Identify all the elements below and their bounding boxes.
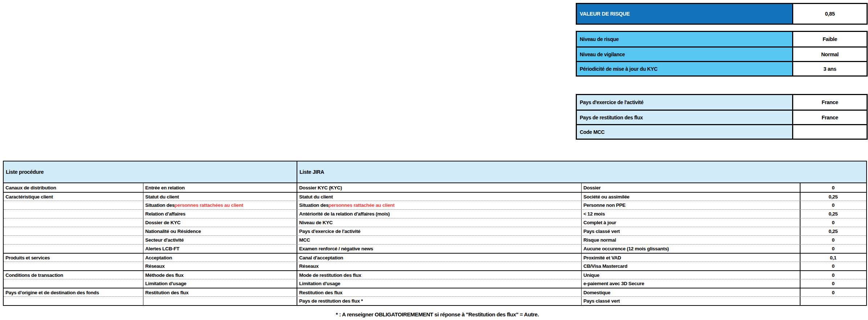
cell-text: 0,25 (828, 229, 838, 234)
answer-cell[interactable]: CB/Visa Mastercard (582, 262, 800, 270)
cell-text: Statut du client (299, 194, 333, 200)
answer-cell[interactable]: < 12 mois (582, 210, 800, 218)
answer-cell[interactable]: Dossier (582, 183, 800, 192)
category-cell (4, 279, 143, 288)
score-cell[interactable]: 0 (800, 262, 866, 270)
vigilance-level-cell[interactable]: Normal (793, 48, 867, 61)
answer-cell[interactable]: Proximité et VAD (582, 254, 800, 262)
cell-text-red: personnes rattachée au client (329, 202, 395, 208)
table-row: Pays de restitution des flux *Pays class… (4, 296, 866, 305)
cell-text: Examen renforcé / négative news (299, 246, 373, 251)
jira-cell: Examen renforcé / négative news (297, 245, 582, 253)
cell-text: 0,1 (830, 255, 836, 260)
procedure-cell: Limitation d'usage (143, 279, 297, 288)
cell-text: Réseaux (299, 263, 318, 269)
cell-text: Société ou assimilée (583, 194, 629, 200)
answer-cell[interactable]: e-paiement avec 3D Secure (582, 279, 800, 288)
procedure-cell (143, 297, 297, 305)
answer-cell[interactable]: Pays classé vert (582, 297, 800, 305)
cell-text: Méthode des flux (145, 272, 183, 278)
score-cell[interactable]: 0 (800, 245, 866, 253)
jira-cell: Pays d'exercice de l'activité (297, 227, 582, 235)
score-cell[interactable]: 0 (800, 218, 866, 227)
score-cell[interactable]: 0 (800, 183, 866, 192)
table-row: Nationalité ou RésidencePays d'exercice … (4, 227, 866, 235)
score-cell[interactable]: 0,25 (800, 227, 866, 235)
cell-text: Dossier (583, 185, 600, 190)
cell-text: Pays de restitution des flux * (299, 298, 363, 304)
score-cell[interactable]: 0 (800, 236, 866, 244)
flows-country-cell[interactable]: France (793, 111, 867, 124)
cell-text: Situation des (145, 202, 175, 208)
table-row: Relation d'affairesAntériorité de la rel… (4, 209, 866, 218)
activity-country-label: Pays d'exercice de l'activité (577, 95, 793, 110)
cell-text: 0 (832, 281, 834, 286)
risk-value-cell[interactable]: 0,85 (793, 4, 867, 24)
score-cell[interactable]: 0 (800, 271, 866, 279)
cell-text: Produits et services (5, 255, 50, 260)
score-cell[interactable]: 0 (800, 288, 866, 296)
answer-cell[interactable]: Aucune occurence (12 mois glissants) (582, 245, 800, 253)
category-cell: Pays d'origine et de destination des fon… (4, 288, 143, 296)
jira-cell: MCC (297, 236, 582, 244)
table-row: Dossier de KYCNiveau de KYCComplet à jou… (4, 218, 866, 227)
cell-text: CB/Visa Mastercard (583, 263, 627, 269)
score-cell[interactable]: ▾0,1 (800, 254, 866, 262)
kyc-update-period-cell[interactable]: 3 ans (793, 62, 867, 75)
jira-cell: Niveau de KYC (297, 218, 582, 227)
cell-text: Mode de restitution des flux (299, 272, 361, 278)
mcc-code-label: Code MCC (577, 125, 793, 139)
cell-text: 0 (832, 246, 834, 251)
mcc-code-cell[interactable] (793, 125, 867, 139)
cell-text: Domestique (583, 290, 610, 295)
answer-cell[interactable]: Domestique (582, 288, 800, 296)
cell-text-red: personnes rattachées au client (175, 202, 243, 208)
table-row: Caractéristique clientStatut du clientSt… (4, 192, 866, 201)
answer-cell[interactable]: Complet à jour (582, 218, 800, 227)
cell-text: Antériorité de la relation d'affaires (m… (299, 211, 390, 217)
table-row: Canaux de distributionEntrée en relation… (4, 183, 866, 192)
score-cell[interactable]: 0 (800, 201, 866, 209)
score-cell[interactable]: 0,25 (800, 210, 866, 218)
table-row: Limitation d'usageLimitation d'usagee-pa… (4, 279, 866, 288)
category-cell: Caractéristique client (4, 193, 143, 201)
cell-text: 0 (832, 185, 834, 190)
score-cell[interactable]: 0 (800, 279, 866, 288)
risk-levels-block: Niveau de risque Faible Niveau de vigila… (576, 31, 868, 77)
risk-value-label: VALEUR DE RISQUE (577, 4, 793, 24)
jira-cell: Dossier KYC (KYC) (297, 183, 582, 192)
cell-text: Situation des (299, 202, 329, 208)
procedure-cell: Nationalité ou Résidence (143, 227, 297, 235)
score-cell[interactable]: 0,25 (800, 193, 866, 201)
answer-cell[interactable]: Unique (582, 271, 800, 279)
cell-text: Limitation d'usage (145, 281, 186, 286)
flows-country-label: Pays de restitution des flux (577, 111, 793, 124)
answer-cell[interactable]: Personne non PPE (582, 201, 800, 209)
answer-cell[interactable]: Société ou assimilée (582, 193, 800, 201)
answer-cell[interactable]: Risque normal (582, 236, 800, 244)
risk-level-cell[interactable]: Faible (793, 32, 867, 46)
cell-text: Aucune occurence (12 mois glissants) (583, 246, 669, 251)
category-cell (4, 218, 143, 227)
activity-country-cell[interactable]: France (793, 95, 867, 110)
jira-cell: Canal d'acceptation (297, 254, 582, 262)
category-cell (4, 297, 143, 305)
answer-cell[interactable]: Pays classé vert (582, 227, 800, 235)
cell-text: Relation d'affaires (145, 211, 186, 217)
cell-text: Complet à jour (583, 220, 616, 225)
procedure-cell: Relation d'affaires (143, 210, 297, 218)
category-cell (4, 262, 143, 270)
risk-criteria-table: Liste procédure Liste JIRA Canaux de dis… (3, 161, 867, 306)
score-cell[interactable] (800, 297, 866, 305)
jira-cell: Statut du client (297, 193, 582, 201)
cell-text: Restitution des flux (145, 290, 188, 295)
table-row: Situation des personnes rattachées au cl… (4, 201, 866, 209)
cell-text: Réseaux (145, 263, 164, 269)
cell-text: Personne non PPE (583, 202, 625, 208)
procedure-cell: Réseaux (143, 262, 297, 270)
cell-text: Dossier KYC (KYC) (299, 185, 342, 190)
category-cell (4, 210, 143, 218)
table-row: Pays d'origine et de destination des fon… (4, 288, 866, 296)
cell-text: Proximité et VAD (583, 255, 621, 260)
cell-text: Pays d'exercice de l'activité (299, 229, 360, 234)
